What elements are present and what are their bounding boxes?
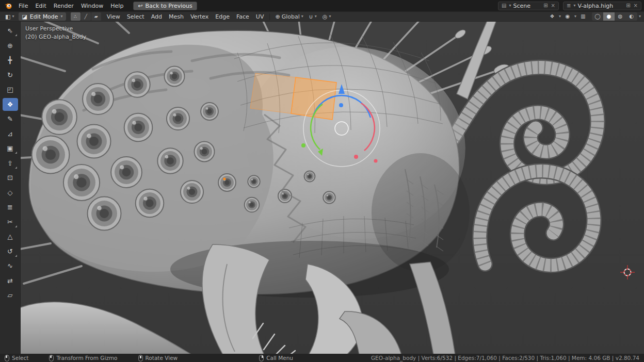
menu-uv[interactable]: UV <box>253 12 267 21</box>
tool-bevel[interactable]: ◇ <box>3 186 18 199</box>
tool-inset-faces[interactable]: ⊡ <box>3 171 18 184</box>
subtool-indicator <box>15 152 17 154</box>
hint-rotate-view: Rotate View <box>138 355 178 361</box>
rotate-icon: ↻ <box>7 72 13 78</box>
shading-chevron-icon[interactable]: ▾ <box>639 14 641 19</box>
proportional-chevron-icon[interactable]: ▾ <box>329 14 331 19</box>
tool-add-cube[interactable]: ▣ <box>3 142 18 155</box>
editor-type-button[interactable]: ◧ ▾ <box>3 13 16 20</box>
face-select-icon: ▰ <box>94 14 98 19</box>
tool-transform[interactable]: ❖ <box>3 98 18 111</box>
back-icon: ↩ <box>138 3 142 9</box>
orientation-label: Global <box>282 13 300 20</box>
blender-logo-svg <box>4 3 13 9</box>
overlays-chevron-icon[interactable]: ▾ <box>574 14 576 19</box>
subtool-indicator <box>15 255 17 257</box>
editor-type-icon: ◧ <box>5 14 10 20</box>
shading-solid-button[interactable]: ● <box>603 12 615 21</box>
topbar: File Edit Render Window Help ↩ Back to P… <box>0 0 644 11</box>
viewport-canvas[interactable] <box>21 22 644 354</box>
view-layer-chevron-icon[interactable]: ▾ <box>573 4 575 8</box>
menu-face[interactable]: Face <box>233 12 252 21</box>
mode-chevron-icon: ▾ <box>61 14 63 19</box>
gizmo-y-handle[interactable] <box>301 143 305 147</box>
edge-select-button[interactable]: ╱ <box>81 12 91 21</box>
menu-vertex[interactable]: Vertex <box>187 12 212 21</box>
editor-type-chevron-icon: ▾ <box>12 14 14 19</box>
menu-file[interactable]: File <box>15 2 31 10</box>
shading-material-button[interactable]: ◍ <box>615 12 626 21</box>
gizmo-x-handle[interactable] <box>354 155 358 159</box>
new-view-layer-button[interactable]: ⊞ <box>625 3 631 8</box>
show-overlays-button[interactable]: ◉ <box>562 12 573 21</box>
tool-shear[interactable]: ▱ <box>3 289 18 302</box>
spin-icon: ↺ <box>7 248 13 255</box>
scene-chevron-icon[interactable]: ▾ <box>509 4 511 8</box>
tool-move[interactable]: ╋ <box>3 54 18 67</box>
show-gizmo-button[interactable]: ❖ <box>547 12 557 21</box>
statusbar: Select Transform From Gizmo Rotate View … <box>0 354 644 362</box>
tool-extrude-region[interactable]: ⇧ <box>3 157 18 170</box>
snap-toggle[interactable]: ∪ ▾ <box>307 13 319 20</box>
poly-build-icon: △ <box>8 233 13 240</box>
shading-rendered-button[interactable]: ◐ <box>626 12 637 21</box>
header-right-cluster: ❖ ▾ ◉ ▾ ▥ ◯ ● ◍ ◐ ▾ <box>547 12 641 21</box>
proportional-editing-toggle[interactable]: ◎ ▾ <box>320 13 334 20</box>
menu-render[interactable]: Render <box>50 2 77 10</box>
tool-loop-cut[interactable]: ≣ <box>3 201 18 213</box>
mode-selector[interactable]: ◪ Edit Mode ▾ <box>19 12 66 21</box>
menu-mesh[interactable]: Mesh <box>166 12 187 21</box>
new-scene-button[interactable]: ⊞ <box>543 3 548 8</box>
view-layer-name[interactable]: V-alpha.high <box>577 3 623 9</box>
tool-smooth[interactable]: ∿ <box>3 259 18 272</box>
viewport-3d[interactable]: User Perspective (20) GEO-alpha_Body <box>21 22 644 354</box>
viewport-overlay-text: User Perspective (20) GEO-alpha_Body <box>25 25 86 41</box>
menu-edit[interactable]: Edit <box>31 2 50 10</box>
menu-window[interactable]: Window <box>77 2 107 10</box>
tool-annotate[interactable]: ✎ <box>3 112 18 125</box>
transform-orientation-selector[interactable]: ⊕ Global ▾ <box>272 13 305 21</box>
shear-icon: ▱ <box>8 292 13 299</box>
tool-measure[interactable]: ⊿ <box>3 127 18 140</box>
cursor-icon: ⊕ <box>7 42 13 49</box>
gizmo-center-ring[interactable] <box>335 122 348 135</box>
face-select-button[interactable]: ▰ <box>91 12 101 21</box>
remove-scene-button[interactable]: × <box>551 3 556 8</box>
blender-logo-icon[interactable] <box>3 2 14 10</box>
gizmo-z-handle[interactable] <box>339 103 343 107</box>
view-perspective-label: User Perspective <box>25 25 86 33</box>
inset-faces-icon: ⊡ <box>7 174 13 181</box>
back-to-previous-button[interactable]: ↩ Back to Previous <box>133 2 197 10</box>
tool-rotate[interactable]: ↻ <box>3 69 18 81</box>
view-layer-icon: ≣ <box>566 3 571 8</box>
left-mouse-drag-icon <box>49 355 54 361</box>
menu-view[interactable]: View <box>104 12 123 21</box>
scene-selector[interactable]: ▤ ▾ Scene ⊞ × <box>498 2 559 10</box>
left-mouse-icon <box>5 355 9 361</box>
remove-view-layer-button[interactable]: × <box>633 3 638 8</box>
gizmo-icon: ❖ <box>550 14 554 19</box>
tool-poly-build[interactable]: △ <box>3 230 18 243</box>
xray-toggle-button[interactable]: ▥ <box>578 12 588 21</box>
shading-wireframe-icon: ◯ <box>594 14 600 19</box>
tool-cursor[interactable]: ⊕ <box>3 39 18 52</box>
tool-edge-slide[interactable]: ⇄ <box>3 274 18 287</box>
gizmo-x-handle-2[interactable] <box>374 159 378 163</box>
tool-knife[interactable]: ✂ <box>3 216 18 228</box>
hint-transform-from-gizmo: Transform From Gizmo <box>49 355 117 361</box>
tool-tweak-select[interactable]: ⇖ <box>3 24 18 37</box>
view-layer-selector[interactable]: ≣ ▾ V-alpha.high ⊞ × <box>563 2 641 10</box>
scene-name[interactable]: Scene <box>513 3 541 9</box>
tool-spin[interactable]: ↺ <box>3 245 18 258</box>
menu-edge[interactable]: Edge <box>212 12 233 21</box>
vertex-select-button[interactable]: ∴ <box>71 12 81 21</box>
tool-scale[interactable]: ◰ <box>3 83 18 96</box>
tweak-select-icon: ⇖ <box>7 27 13 34</box>
menu-add[interactable]: Add <box>148 12 165 21</box>
shading-wireframe-button[interactable]: ◯ <box>592 12 603 21</box>
menu-help[interactable]: Help <box>107 2 127 10</box>
gizmo-chevron-icon[interactable]: ▾ <box>559 14 561 19</box>
snap-chevron-icon[interactable]: ▾ <box>315 14 317 19</box>
vertex-select-icon: ∴ <box>74 14 77 19</box>
menu-select[interactable]: Select <box>124 12 148 21</box>
